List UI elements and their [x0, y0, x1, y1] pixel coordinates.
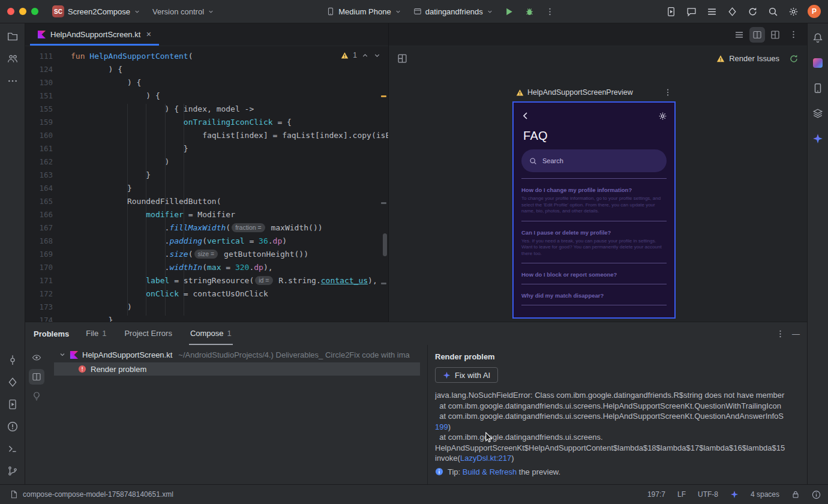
gemini-button[interactable]: [809, 130, 826, 147]
code-line[interactable]: 155 ) { index, model ->: [25, 103, 388, 116]
editor-scrollbar[interactable]: [383, 233, 387, 256]
code-line[interactable]: 168 .padding(vertical = 36.dp): [25, 235, 388, 248]
device-manager-button[interactable]: [809, 80, 826, 97]
run-configuration-selector[interactable]: datingandfriends: [409, 5, 497, 19]
editor-tab[interactable]: HelpAndSupportScreen.kt ✕: [30, 23, 159, 46]
close-tab-icon[interactable]: ✕: [146, 31, 151, 38]
zoom-window-button[interactable]: [31, 8, 38, 15]
lock-icon[interactable]: [791, 490, 800, 499]
faq-question[interactable]: Can I pause or delete my profile?: [521, 229, 667, 236]
back-icon[interactable]: [521, 111, 530, 121]
split-view-button[interactable]: [749, 27, 765, 43]
commit-tool-button[interactable]: [4, 352, 21, 368]
info-status-icon[interactable]: [812, 490, 821, 499]
code-view-button[interactable]: [731, 27, 747, 43]
render-issues-button[interactable]: Render Issues: [716, 54, 779, 63]
build-variants-button[interactable]: [809, 105, 826, 122]
warning-stripe-mark[interactable]: [381, 95, 386, 97]
indent-config[interactable]: 4 spaces: [751, 490, 779, 499]
code-line[interactable]: 173 ): [25, 301, 388, 314]
code-line[interactable]: 111fun HelpAndSupportContent(: [25, 50, 388, 63]
code-line[interactable]: 167 .fillMaxWidth(fraction = maxWidth()): [25, 221, 388, 235]
code-line[interactable]: 163 }: [25, 169, 388, 182]
menu-lines-button[interactable]: [703, 3, 720, 20]
sync-project-button[interactable]: [744, 3, 761, 20]
code-editor[interactable]: 111fun HelpAndSupportContent(124 ) {130 …: [25, 46, 388, 322]
code-line[interactable]: 165 RoundedFilledButton(: [25, 195, 388, 208]
version-control-menu[interactable]: Version control: [148, 5, 218, 19]
profiler-button[interactable]: [724, 3, 740, 20]
faq-question[interactable]: How do I block or report someone?: [521, 271, 667, 278]
pull-requests-tool-button[interactable]: [4, 50, 21, 67]
insights-tool-button[interactable]: [4, 374, 21, 391]
code-line[interactable]: 161 }: [25, 142, 388, 155]
file-encoding[interactable]: UTF-8: [698, 490, 718, 499]
stack-trace-link[interactable]: 199: [435, 422, 448, 431]
ai-status-icon[interactable]: [730, 490, 739, 499]
settings-button[interactable]: [785, 3, 802, 20]
minimize-window-button[interactable]: [19, 8, 26, 15]
code-line[interactable]: 164 }: [25, 182, 388, 195]
code-line[interactable]: 169 .size(size = getButtonHeight()): [25, 248, 388, 261]
project-tool-button[interactable]: [4, 28, 21, 45]
faq-question[interactable]: Why did my match disappear?: [521, 292, 667, 299]
device-selector[interactable]: Medium Phone: [322, 5, 405, 19]
preview-options-button[interactable]: [785, 27, 801, 43]
view-options-button[interactable]: [29, 350, 44, 365]
kebab-menu-icon[interactable]: [776, 329, 785, 338]
terminal-tool-button[interactable]: [4, 440, 21, 457]
line-separator[interactable]: LF: [677, 490, 686, 499]
close-window-button[interactable]: [7, 8, 14, 15]
code-line[interactable]: 130 ) {: [25, 76, 388, 89]
open-preview-button[interactable]: [29, 369, 44, 385]
phone-preview[interactable]: FAQ Search How do I change my profile in…: [512, 101, 676, 319]
code-line[interactable]: 174 }: [25, 314, 388, 322]
stack-trace-link[interactable]: LazyDsl.kt:217: [460, 454, 511, 463]
device-mirroring-button[interactable]: [662, 3, 679, 20]
search-everywhere-button[interactable]: [764, 3, 781, 20]
project-selector[interactable]: SC Screen2Compose: [48, 3, 145, 20]
problems-tab-file[interactable]: File1: [85, 322, 107, 345]
chevron-down-icon[interactable]: [59, 351, 66, 358]
preview-layout-icon[interactable]: [397, 53, 407, 64]
faq-search-bar[interactable]: Search: [521, 149, 667, 172]
design-view-button[interactable]: [767, 27, 783, 43]
more-tool-windows-button[interactable]: [4, 73, 21, 89]
debug-button[interactable]: [521, 3, 538, 20]
faq-question[interactable]: How do I change my profile information?: [521, 187, 667, 193]
render-problem-row[interactable]: Render problem: [54, 362, 420, 376]
problems-tab-project-errors[interactable]: Project Errors: [123, 322, 173, 345]
refresh-preview-icon[interactable]: [789, 54, 799, 64]
run-button[interactable]: [501, 3, 518, 20]
problems-file-row[interactable]: HelpAndSupportScreen.kt ~/AndroidStudioP…: [48, 347, 427, 362]
code-line[interactable]: 159 onTrailingIconClick = {: [25, 116, 388, 129]
running-devices-tool-button[interactable]: [4, 396, 21, 413]
settings-gear-icon[interactable]: [658, 112, 667, 121]
code-line[interactable]: 162 ): [25, 155, 388, 169]
problems-tab-compose[interactable]: Compose1: [189, 322, 233, 345]
stripe-mark[interactable]: [381, 202, 386, 204]
minimize-panel-icon[interactable]: —: [792, 329, 800, 338]
chevron-down-icon[interactable]: [373, 52, 381, 59]
more-run-actions-button[interactable]: [542, 3, 559, 20]
resource-manager-button[interactable]: [809, 55, 826, 71]
code-line[interactable]: 160 faqList[index] = faqList[index].copy…: [25, 129, 388, 142]
code-line[interactable]: 166 modifier = Modifier: [25, 208, 388, 221]
inspection-widget[interactable]: 1: [341, 51, 381, 59]
stripe-mark[interactable]: [381, 283, 386, 284]
build-and-refresh-link[interactable]: Build & Refresh: [463, 467, 517, 476]
fix-with-ai-button[interactable]: Fix with AI: [435, 367, 498, 383]
code-line[interactable]: 171 label = stringResource(id = R.string…: [25, 274, 388, 287]
user-avatar[interactable]: P: [808, 5, 821, 18]
code-line[interactable]: 124 ) {: [25, 63, 388, 76]
ai-chat-button[interactable]: [683, 3, 700, 20]
code-line[interactable]: 170 .widthIn(max = 320.dp),: [25, 261, 388, 274]
caret-position[interactable]: 197:7: [647, 490, 665, 499]
chevron-up-icon[interactable]: [361, 52, 369, 59]
preview-title-row[interactable]: HelpAndSupportScreenPreview: [512, 88, 676, 97]
notifications-button[interactable]: [809, 29, 826, 46]
kebab-menu-icon[interactable]: [664, 88, 672, 97]
status-file-name[interactable]: compose-compose-model-1758748140651.xml: [23, 490, 173, 499]
code-line[interactable]: 172 onClick = contactUsOnClick: [25, 287, 388, 301]
quick-fix-button[interactable]: [29, 388, 44, 404]
